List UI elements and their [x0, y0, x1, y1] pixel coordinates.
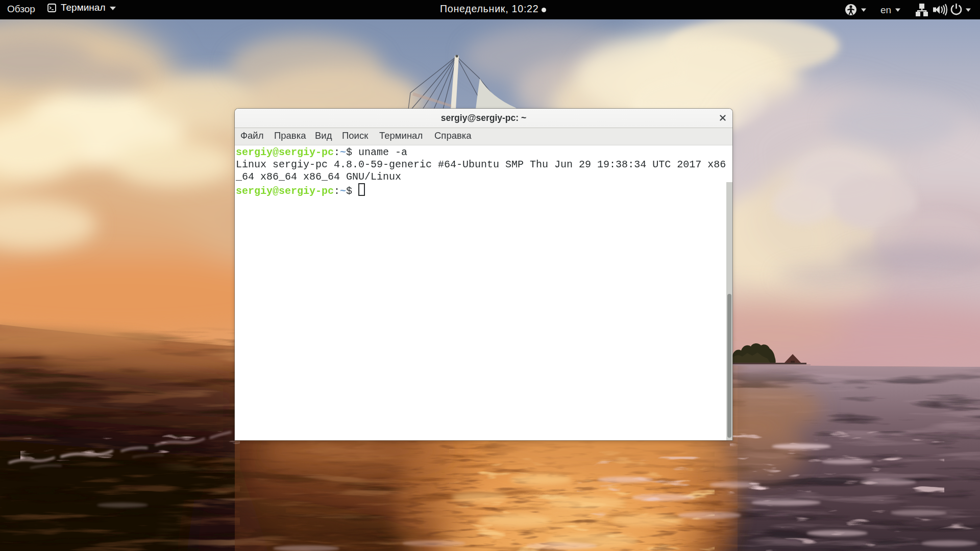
- svg-text:en: en: [880, 5, 891, 15]
